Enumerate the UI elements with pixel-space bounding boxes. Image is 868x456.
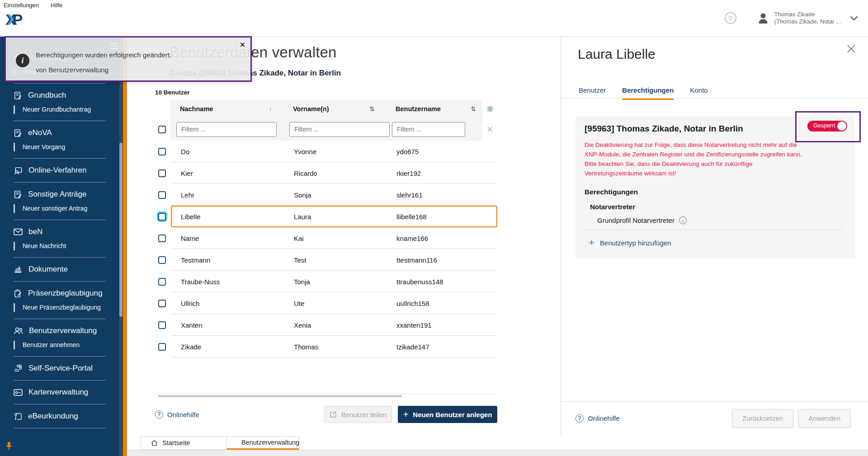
row-checkbox[interactable] bbox=[158, 300, 166, 307]
filter-nachname-input[interactable] bbox=[176, 122, 277, 137]
table-row[interactable]: Xanten Xenia xxanten191 bbox=[155, 314, 497, 336]
sort-asc-icon[interactable]: ↑ bbox=[269, 105, 273, 113]
info-icon[interactable]: i bbox=[679, 216, 687, 224]
table-row[interactable]: Ullrich Ute uullrich158 bbox=[155, 292, 497, 314]
sidebar-item-label: Dokumente bbox=[28, 265, 68, 274]
row-checkbox[interactable] bbox=[158, 191, 166, 199]
column-header-vorname[interactable]: Vorname(n) ⇅ bbox=[284, 105, 387, 113]
sidebar-item-praesenzbeglaubigung[interactable]: Präsenzbeglaubigung bbox=[0, 287, 123, 300]
row-checkbox[interactable] bbox=[158, 169, 166, 177]
sidebar-subitem-neuer-grundbuchantrag[interactable]: Neuer Grundbuchantrag bbox=[14, 103, 123, 116]
row-checkbox[interactable] bbox=[158, 235, 166, 242]
add-link-label: Benutzertyp hinzufügen bbox=[600, 239, 671, 247]
doc-pencil-icon bbox=[14, 190, 22, 199]
person-screen-icon bbox=[14, 166, 23, 175]
anwenden-button[interactable]: Anwenden bbox=[798, 409, 851, 428]
sidebar-subitem-neuer-sonstiger-antrag[interactable]: Neuer sonstiger Antrag bbox=[14, 202, 123, 215]
plus-icon: + bbox=[589, 238, 594, 248]
table-header-row: Nachname ↑ Vorname(n) ⇅ Benutzername ⇅ bbox=[155, 100, 497, 118]
close-icon[interactable] bbox=[846, 44, 856, 54]
row-checkbox[interactable] bbox=[158, 321, 166, 329]
table-row-selected[interactable]: Libelle Laura llibelle168 bbox=[155, 206, 497, 227]
sidebar-item-label: Self-Service-Portal bbox=[28, 364, 93, 373]
neuen-benutzer-anlegen-button[interactable]: + Neuen Benutzer anlegen bbox=[398, 406, 497, 423]
sidebar-item-ebeurkundung[interactable]: eBeurkundung bbox=[0, 409, 123, 423]
row-checkbox[interactable] bbox=[158, 278, 166, 286]
sort-icon[interactable]: ⇅ bbox=[369, 105, 375, 113]
sidebar-item-ben[interactable]: beN bbox=[0, 225, 123, 239]
sidebar-item-label: beN bbox=[28, 227, 42, 236]
sidebar-item-online-verfahren[interactable]: Online-Verfahren bbox=[0, 164, 123, 177]
row-checkbox[interactable] bbox=[158, 343, 166, 351]
tab-startseite[interactable]: Startseite bbox=[141, 436, 227, 450]
benutzertyp-hinzufuegen-link[interactable]: + Benutzertyp hinzufügen bbox=[589, 238, 671, 248]
column-header-benutzername[interactable]: Benutzername ⇅ bbox=[387, 105, 482, 113]
home-icon bbox=[151, 440, 158, 447]
table-row[interactable]: Kier Ricardo rkier192 bbox=[155, 162, 497, 184]
sidebar-item-kartenverwaltung[interactable]: Kartenverwaltung bbox=[0, 385, 123, 399]
cell-nachname: Xanten bbox=[172, 321, 285, 329]
sidebar-scrollbar-thumb[interactable] bbox=[119, 143, 123, 317]
sort-icon[interactable]: ⇅ bbox=[471, 105, 476, 113]
table-row[interactable]: Traube-Nuss Tonja ttraubenuss148 bbox=[155, 271, 497, 292]
sidebar-subitem-neuer-vorgang[interactable]: Neuer Vorgang bbox=[14, 141, 123, 153]
panel-onlinehilfe-link[interactable]: ? Onlinehilfe bbox=[576, 414, 620, 423]
berechtigungen-card: [95963] Thomas Zikade, Notar in Berlin G… bbox=[576, 117, 855, 259]
sidebar-item-sonstige-antraege[interactable]: Sonstige Anträge bbox=[0, 188, 123, 201]
zuruecksetzen-button[interactable]: Zurücksetzen bbox=[732, 409, 793, 428]
table-row[interactable]: Lehr Sonja slehr161 bbox=[155, 184, 497, 206]
gesperrt-toggle[interactable]: Gesperrt bbox=[807, 121, 847, 132]
column-header-nachname[interactable]: Nachname ↑ bbox=[171, 105, 284, 113]
logo-letter: P bbox=[12, 11, 22, 28]
sidebar-subitem-label: Neuer sonstiger Antrag bbox=[23, 205, 87, 212]
sidebar-subitem-label: Neue Präsenzbeglaubigung bbox=[23, 304, 101, 311]
toast-close-icon[interactable]: × bbox=[240, 40, 245, 49]
filter-benutzername-input[interactable] bbox=[392, 122, 465, 137]
menu-einstellungen[interactable]: Einstellungen bbox=[4, 2, 39, 9]
sidebar-item-dokumente[interactable]: Dokumente bbox=[0, 263, 123, 276]
row-checkbox-focused[interactable] bbox=[158, 213, 166, 221]
cell-vorname: Laura bbox=[285, 213, 387, 221]
row-checkbox[interactable] bbox=[158, 256, 166, 264]
tab-label: Benutzerverwaltung bbox=[241, 439, 299, 446]
app-header: Einstellungen Hilfe X X P ? Thomas Zikad… bbox=[0, 0, 868, 37]
profile-label: Grundprofil Notarvertreter bbox=[597, 216, 675, 224]
filter-vorname-input[interactable] bbox=[289, 122, 390, 137]
notification-toast[interactable]: i Berechtigungen wurden erfolgreich geän… bbox=[5, 36, 252, 82]
sidebar-subitem-label: Neuer Vorgang bbox=[23, 143, 65, 150]
horizontal-scrollbar[interactable] bbox=[155, 394, 497, 397]
table-row[interactable]: Do Yvonne ydo675 bbox=[155, 141, 497, 162]
select-all-checkbox[interactable] bbox=[158, 126, 166, 133]
onlinehilfe-link[interactable]: ? Onlinehilfe bbox=[155, 410, 199, 418]
cell-benutzername: uullrich158 bbox=[387, 300, 496, 307]
cell-benutzername: ydo675 bbox=[387, 148, 496, 155]
detail-panel: Laura Libelle Benutzer Berechtigungen Ko… bbox=[561, 37, 868, 435]
sidebar-subitem-neue-nachricht[interactable]: Neue Nachricht bbox=[14, 240, 123, 252]
table-settings-gear-icon[interactable] bbox=[486, 105, 494, 113]
cell-nachname: Testmann bbox=[172, 256, 285, 264]
sidebar-subitem-benutzer-annehmen[interactable]: Benutzer annehmen bbox=[14, 338, 123, 351]
menu-hilfe[interactable]: Hilfe bbox=[51, 2, 62, 9]
help-icon[interactable]: ? bbox=[725, 12, 736, 24]
benutzer-teilen-button[interactable]: Benutzer teilen bbox=[324, 406, 392, 423]
sidebar-item-grundbuch[interactable]: Grundbuch bbox=[0, 89, 123, 102]
user-menu[interactable]: Thomas Zikade (Thomas Zikade, Notar ... bbox=[774, 11, 841, 25]
sidebar-item-benutzerverwaltung[interactable]: Benutzerverwaltung bbox=[0, 324, 123, 338]
tab-benutzerverwaltung[interactable]: Benutzerverwaltung bbox=[227, 436, 299, 450]
clipboard-pencil-icon bbox=[14, 289, 22, 298]
sidebar-subitem-neue-praesenzbeglaubigung[interactable]: Neue Präsenzbeglaubigung bbox=[14, 301, 123, 314]
row-checkbox[interactable] bbox=[158, 148, 166, 155]
pin-icon[interactable] bbox=[5, 442, 13, 451]
horizontal-scrollbar-thumb[interactable] bbox=[158, 395, 402, 397]
cell-benutzername: slehr161 bbox=[387, 191, 496, 199]
table-row[interactable]: Testmann Test ttestmann116 bbox=[155, 249, 497, 271]
table-row[interactable]: Zikade Thomas tzikade147 bbox=[155, 336, 497, 357]
clear-filter-icon[interactable]: × bbox=[486, 124, 493, 135]
toggle-knob bbox=[837, 122, 846, 131]
sidebar-item-self-service-portal[interactable]: Self-Service-Portal bbox=[0, 362, 123, 375]
table-row[interactable]: Name Kai kname166 bbox=[155, 227, 497, 249]
plus-icon: + bbox=[403, 409, 409, 420]
notary-heading: [95963] Thomas Zikade, Notar in Berlin bbox=[585, 124, 743, 134]
chevron-down-icon[interactable] bbox=[850, 15, 858, 21]
sidebar-item-enova[interactable]: eNoVA bbox=[0, 126, 123, 140]
